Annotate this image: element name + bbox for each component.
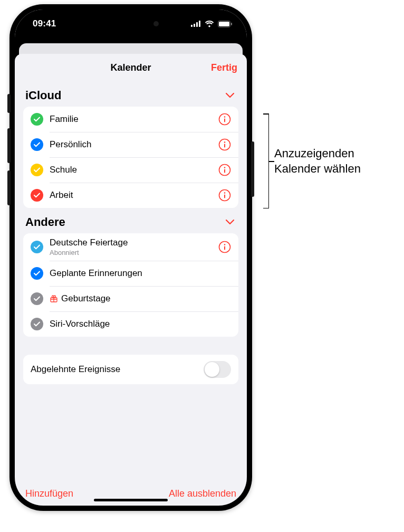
check-icon[interactable] bbox=[31, 241, 43, 253]
sheet-title: Kalender bbox=[110, 62, 151, 73]
sheet-footer: Hinzufügen Alle ausblenden bbox=[15, 479, 247, 506]
battery-icon bbox=[218, 21, 232, 27]
calendar-row-siri[interactable]: Siri-Vorschläge bbox=[23, 311, 238, 337]
check-icon[interactable] bbox=[31, 267, 43, 280]
volume-down-button bbox=[7, 170, 11, 205]
svg-point-11 bbox=[224, 141, 226, 143]
calendar-row-schule[interactable]: Schule bbox=[23, 157, 238, 183]
svg-point-14 bbox=[224, 167, 226, 168]
info-icon[interactable] bbox=[218, 113, 231, 126]
section-title-andere: Andere bbox=[25, 215, 65, 229]
chevron-down-icon[interactable] bbox=[224, 89, 236, 102]
check-icon[interactable] bbox=[31, 113, 43, 126]
callout-text: Anzuzeigenden Kalender wählen bbox=[274, 146, 361, 176]
calendars-sheet: Kalender Fertig iCloud Familie bbox=[15, 54, 247, 506]
calendar-row-familie[interactable]: Familie bbox=[23, 107, 238, 132]
phone-frame: 09:41 Kalender Fertig iCloud bbox=[9, 4, 252, 511]
sheet-header: Kalender Fertig bbox=[15, 54, 247, 81]
callout-annotation: Anzuzeigenden Kalender wählen bbox=[258, 113, 396, 208]
section-header-icloud[interactable]: iCloud bbox=[23, 81, 238, 107]
home-indicator[interactable] bbox=[94, 499, 168, 501]
calendar-label: Arbeit bbox=[50, 190, 212, 201]
svg-point-8 bbox=[224, 116, 226, 118]
calendar-row-geburtstage[interactable]: Geburtstage bbox=[23, 286, 238, 311]
chevron-down-icon[interactable] bbox=[224, 215, 236, 229]
check-icon[interactable] bbox=[31, 318, 43, 330]
volume-up-button bbox=[7, 128, 11, 163]
icloud-calendar-list: Familie Persönlich bbox=[23, 107, 238, 208]
hide-all-button[interactable]: Alle ausblenden bbox=[169, 488, 236, 499]
svg-rect-21 bbox=[224, 246, 225, 250]
info-icon[interactable] bbox=[218, 138, 231, 151]
callout-connector bbox=[269, 161, 274, 162]
calendar-label: Deutsche Feiertage bbox=[50, 238, 212, 248]
section-header-andere[interactable]: Andere bbox=[23, 208, 238, 233]
screen: 09:41 Kalender Fertig iCloud bbox=[15, 10, 247, 506]
calendar-label: Geburtstage bbox=[61, 293, 111, 304]
check-icon[interactable] bbox=[31, 292, 43, 305]
toggle-label: Abgelehnte Ereignisse bbox=[31, 364, 120, 375]
svg-rect-3 bbox=[199, 21, 200, 27]
calendar-label: Siri-Vorschläge bbox=[50, 319, 231, 329]
side-button bbox=[251, 141, 254, 197]
check-icon[interactable] bbox=[31, 189, 43, 202]
gift-icon bbox=[50, 294, 58, 303]
calendar-row-feiertage[interactable]: Deutsche Feiertage Abonniert bbox=[23, 233, 238, 261]
svg-rect-2 bbox=[196, 22, 198, 27]
dynamic-island bbox=[97, 14, 165, 33]
svg-rect-0 bbox=[191, 25, 193, 27]
calendar-row-erinnerungen[interactable]: Geplante Erinnerungen bbox=[23, 261, 238, 286]
calendar-label: Familie bbox=[50, 114, 212, 125]
wifi-icon bbox=[205, 21, 214, 27]
svg-rect-9 bbox=[224, 119, 225, 122]
svg-point-17 bbox=[224, 192, 226, 194]
declined-events-row: Abgelehnte Ereignisse bbox=[23, 355, 238, 384]
svg-rect-15 bbox=[224, 169, 225, 173]
info-icon[interactable] bbox=[218, 241, 231, 253]
status-bar: 09:41 bbox=[15, 10, 247, 38]
svg-rect-1 bbox=[194, 24, 195, 27]
info-icon[interactable] bbox=[218, 189, 231, 202]
svg-point-20 bbox=[224, 244, 226, 245]
calendar-label: Schule bbox=[50, 165, 212, 175]
done-button[interactable]: Fertig bbox=[211, 62, 237, 73]
calendar-row-arbeit[interactable]: Arbeit bbox=[23, 183, 238, 208]
svg-rect-12 bbox=[224, 144, 225, 148]
status-icons bbox=[191, 21, 232, 27]
check-icon[interactable] bbox=[31, 138, 43, 151]
cellular-icon bbox=[191, 21, 201, 27]
add-calendar-button[interactable]: Hinzufügen bbox=[25, 488, 73, 499]
calendar-row-persoenlich[interactable]: Persönlich bbox=[23, 132, 238, 157]
calendar-label: Persönlich bbox=[50, 139, 212, 150]
silent-switch bbox=[7, 94, 11, 113]
calendar-label: Geplante Erinnerungen bbox=[50, 268, 231, 279]
callout-bracket bbox=[258, 113, 269, 208]
calendar-sublabel: Abonniert bbox=[50, 249, 212, 256]
check-icon[interactable] bbox=[31, 164, 43, 176]
sheet-body: iCloud Familie bbox=[15, 81, 247, 479]
svg-rect-6 bbox=[231, 23, 232, 25]
section-title-icloud: iCloud bbox=[25, 89, 61, 102]
svg-rect-5 bbox=[219, 22, 229, 26]
other-calendar-list: Deutsche Feiertage Abonniert Geplante Er… bbox=[23, 233, 238, 337]
status-time: 09:41 bbox=[33, 18, 56, 29]
info-icon[interactable] bbox=[218, 164, 231, 176]
svg-rect-18 bbox=[224, 195, 225, 198]
declined-events-switch[interactable] bbox=[204, 361, 231, 378]
